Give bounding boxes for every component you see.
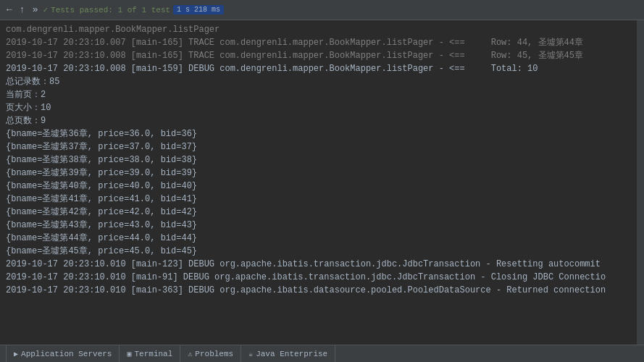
up-icon[interactable]: ↑ [17,4,28,16]
problems-label: Problems [195,350,233,358]
book-record-3: {bname=圣墟第38章, price=38.0, bid=38} [6,153,631,167]
log-line-1: 2019-10-17 20:23:10.007 [main-165] TRACE… [6,36,631,49]
book-record-9: {bname=圣墟第44章, price=44.0, bid=44} [6,232,631,245]
problems-icon: ⚠ [188,350,192,358]
status-application-servers[interactable]: ▶ Application Servers [6,345,120,362]
top-bar-left: ← ↑ » ✓ Tests passed: 1 of 1 test 1 s 21… [4,4,224,16]
book-record-10: {bname=圣墟第45章, price=45.0, bid=45} [6,245,631,258]
log-line-3: 2019-10-17 20:23:10.008 [main-159] DEBUG… [6,62,631,75]
book-record-4: {bname=圣墟第39章, price=39.0, bid=39} [6,167,631,180]
more-icon[interactable]: » [30,4,41,16]
status-terminal[interactable]: ▣ Terminal [120,345,180,362]
tests-passed-label: Tests passed: 1 of 1 test [51,6,170,14]
application-servers-icon: ▶ [14,350,18,358]
back-icon[interactable]: ← [4,4,14,16]
book-record-8: {bname=圣墟第43章, price=43.0, bid=43} [6,219,631,232]
java-enterprise-icon: ☕ [248,350,253,358]
log-line-2: 2019-10-17 20:23:10.008 [main-165] TRACE… [6,49,631,62]
footer-log-1: 2019-10-17 20:23:10.010 [main-123] DEBUG… [6,258,631,271]
summary-total-pages: 总页数：9 [6,114,631,127]
book-record-6: {bname=圣墟第41章, price=41.0, bid=41} [6,193,631,206]
book-record-5: {bname=圣墟第40章, price=40.0, bid=40} [6,180,631,193]
log-container: com.dengrenli.mapper.BookMapper.listPage… [0,20,644,345]
pass-check-icon: ✓ [43,5,48,14]
footer-log-3: 2019-10-17 20:23:10.010 [main-363] DEBUG… [6,284,631,297]
summary-current-page: 当前页：2 [6,88,631,101]
scrollbar[interactable] [637,20,644,345]
footer-log-2: 2019-10-17 20:23:10.010 [main-91] DEBUG … [6,271,631,284]
java-enterprise-label: Java Enterprise [256,350,327,358]
summary-page-size: 页大小：10 [6,101,631,114]
status-problems[interactable]: ⚠ Problems [180,345,241,362]
top-bar: ← ↑ » ✓ Tests passed: 1 of 1 test 1 s 21… [0,0,644,20]
book-record-2: {bname=圣墟第37章, price=37.0, bid=37} [6,140,631,153]
log-area: com.dengrenli.mapper.BookMapper.listPage… [0,20,637,300]
status-bar: ▶ Application Servers ▣ Terminal ⚠ Probl… [0,345,644,362]
terminal-label: Terminal [134,350,172,358]
log-line-truncated: com.dengrenli.mapper.BookMapper.listPage… [6,23,631,36]
book-record-7: {bname=圣墟第42章, price=42.0, bid=42} [6,206,631,219]
log-scroll[interactable]: com.dengrenli.mapper.BookMapper.listPage… [0,20,637,345]
timing-badge: 1 s 218 ms [173,5,224,14]
summary-total-records: 总记录数：85 [6,75,631,88]
status-java-enterprise[interactable]: ☕ Java Enterprise [241,345,335,362]
terminal-icon: ▣ [127,350,131,358]
application-servers-label: Application Servers [21,350,112,358]
book-record-1: {bname=圣墟第36章, price=36.0, bid=36} [6,127,631,140]
